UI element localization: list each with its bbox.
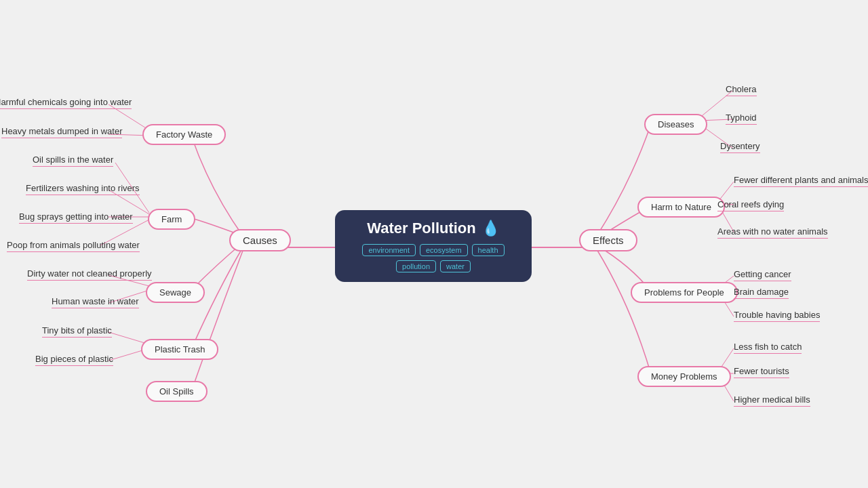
leaf-dirty-water: Dirty water not cleaned properly — [27, 268, 152, 281]
branch-problems-people[interactable]: Problems for People — [631, 282, 738, 303]
leaf-coral-reefs: Coral reefs dying — [717, 199, 784, 211]
tags-container: environment ecosystem health pollution w… — [354, 244, 513, 272]
leaf-harmful-chemicals: Harmful chemicals going into water — [0, 97, 132, 109]
branch-money-problems[interactable]: Money Problems — [637, 366, 731, 387]
center-title: Water Pollution 💧 — [354, 220, 513, 237]
tag-environment[interactable]: environment — [362, 244, 416, 256]
leaf-big-plastic: Big pieces of plastic — [35, 354, 113, 366]
branch-oil-spills[interactable]: Oil Spills — [146, 381, 208, 402]
center-node: Water Pollution 💧 environment ecosystem … — [335, 210, 532, 282]
branch-plastic-trash[interactable]: Plastic Trash — [141, 339, 218, 360]
branch-harm-nature[interactable]: Harm to Nature — [637, 197, 725, 218]
svg-line-15 — [719, 182, 734, 201]
tag-pollution[interactable]: pollution — [396, 260, 436, 272]
leaf-fertilizers: Fertilizers washing into rivers — [26, 183, 140, 195]
tag-health[interactable]: health — [472, 244, 505, 256]
tag-water[interactable]: water — [440, 260, 471, 272]
branch-farm[interactable]: Farm — [148, 209, 195, 230]
leaf-fewer-tourists: Fewer tourists — [734, 366, 789, 378]
branch-factory-waste[interactable]: Factory Waste — [142, 124, 226, 145]
tag-ecosystem[interactable]: ecosystem — [420, 244, 468, 256]
leaf-cancer: Getting cancer — [734, 269, 791, 281]
leaf-trouble-babies: Trouble having babies — [734, 310, 820, 322]
branch-sewage[interactable]: Sewage — [146, 282, 205, 303]
water-drop-icon: 💧 — [481, 220, 500, 237]
leaf-less-fish: Less fish to catch — [734, 342, 802, 354]
leaf-heavy-metals: Heavy metals dumped in water — [1, 126, 122, 138]
leaf-brain-damage: Brain damage — [734, 287, 789, 299]
leaf-no-water-animals: Areas with no water animals — [717, 226, 828, 239]
leaf-human-waste: Human waste in water — [52, 296, 139, 308]
leaf-typhoid: Typhoid — [726, 113, 757, 125]
leaf-tiny-plastic: Tiny bits of plastic — [42, 325, 112, 338]
leaf-fewer-plants: Fewer different plants and animals — [734, 175, 868, 187]
leaf-bug-sprays: Bug sprays getting into water — [19, 211, 133, 224]
center-title-text: Water Pollution — [367, 220, 476, 237]
leaf-oil-spills-water: Oil spills in the water — [33, 155, 113, 167]
leaf-dysentery: Dysentery — [720, 141, 760, 153]
branch-causes[interactable]: Causes — [229, 229, 291, 251]
leaf-cholera: Cholera — [726, 84, 757, 96]
branch-diseases[interactable]: Diseases — [644, 114, 707, 135]
leaf-poop-animals: Poop from animals polluting water — [7, 240, 140, 252]
branch-effects[interactable]: Effects — [579, 229, 637, 251]
leaf-medical-bills: Higher medical bills — [734, 394, 810, 407]
